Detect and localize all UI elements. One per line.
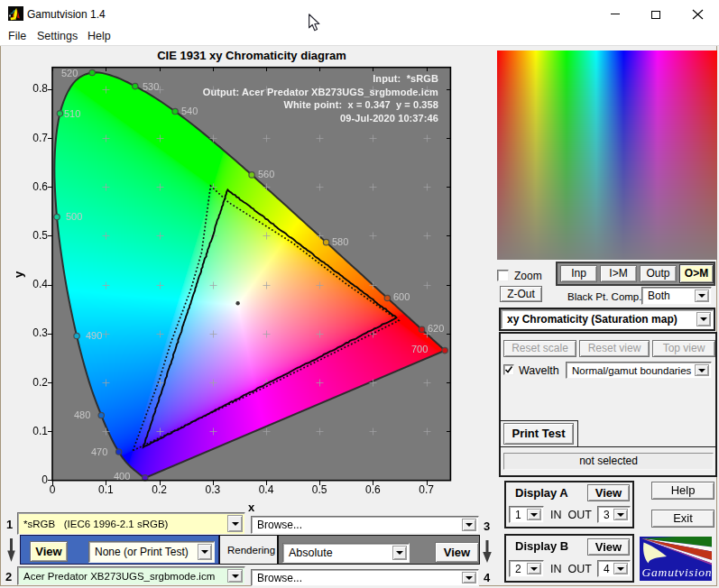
svg-text:Gamutvision: Gamutvision: [642, 565, 713, 579]
